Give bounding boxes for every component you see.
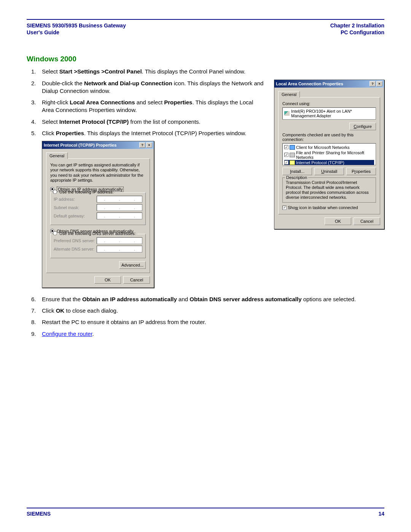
ip-address-field[interactable]: ... xyxy=(97,196,142,203)
local-area-connection-dialog: Local Area Connection Properties ? × Gen… xyxy=(274,80,384,230)
properties-button[interactable]: Properties xyxy=(346,168,376,175)
cancel-button[interactable]: Cancel xyxy=(354,217,380,225)
dialog-description: You can get IP settings assigned automat… xyxy=(50,163,146,183)
page-header: SIEMENS 5930/5935 Business Gateway User'… xyxy=(27,22,384,36)
install-button[interactable]: Install... xyxy=(282,168,312,175)
tab-general[interactable]: General xyxy=(278,91,300,97)
printer-icon xyxy=(290,153,295,157)
header-subtitle: User's Guide xyxy=(27,29,126,36)
help-icon[interactable]: ? xyxy=(139,142,145,148)
connect-using-label: Connect using: xyxy=(282,101,376,106)
header-chapter: Chapter 2 Installation xyxy=(330,22,384,29)
step-2: Double-click the Network and Dial-up Con… xyxy=(27,80,266,95)
radio-use-dns[interactable]: Use the following DNS server addresses: xyxy=(51,231,137,236)
configure-button[interactable]: Configure xyxy=(349,123,376,130)
subnet-field[interactable]: ... xyxy=(97,204,142,211)
description-text: Transmission Control Protocol/Internet P… xyxy=(286,180,373,200)
footer-page: 14 xyxy=(378,511,384,517)
list-item: ✓Client for Microsoft Networks xyxy=(284,145,374,150)
step-6: Ensure that the Obtain an IP address aut… xyxy=(27,296,384,303)
components-label: Components checked are used by this conn… xyxy=(282,133,376,142)
gateway-label: Default gateway: xyxy=(54,214,85,218)
header-section: PC Configuration xyxy=(330,29,384,36)
step-3: Right-click Local Area Connections and s… xyxy=(27,99,266,114)
close-icon[interactable]: × xyxy=(146,142,152,148)
tab-general[interactable]: General xyxy=(46,152,68,159)
help-icon[interactable]: ? xyxy=(370,81,376,86)
alt-dns-label: Alternate DNS server: xyxy=(54,247,94,251)
radio-use-ip[interactable]: Use the following IP address: xyxy=(51,190,115,194)
step-9: Configure the router. xyxy=(27,330,384,338)
section-title: Windows 2000 xyxy=(27,55,384,63)
description-label: Description xyxy=(285,175,308,180)
advanced-button[interactable]: Advanced... xyxy=(119,261,146,269)
dialog-title: Internet Protocol (TCP/IP) Properties xyxy=(44,143,116,147)
ok-button[interactable]: OK xyxy=(325,217,351,225)
network-adapter-icon xyxy=(284,111,290,116)
show-icon-checkbox[interactable]: ✓ Show icon in taskbar when connected xyxy=(282,205,376,210)
list-item: ✓Internet Protocol (TCP/IP) xyxy=(284,160,374,165)
components-list[interactable]: ✓Client for Microsoft Networks ✓File and… xyxy=(282,143,376,165)
protocol-icon xyxy=(290,160,295,165)
pref-dns-field[interactable]: ... xyxy=(97,237,142,244)
adapter-field: Intel(R) PRO/100+ Alert on LAN* Manageme… xyxy=(282,107,376,120)
step-8: Restart the PC to ensure it obtains an I… xyxy=(27,318,384,326)
step-5: Click Properties. This displays the Inte… xyxy=(27,129,266,137)
ok-button[interactable]: OK xyxy=(94,276,121,284)
gateway-field[interactable]: ... xyxy=(97,212,142,219)
list-item: ✓File and Printer Sharing for Microsoft … xyxy=(284,150,374,160)
uninstall-button[interactable]: Uninstall xyxy=(314,168,344,175)
tcpip-properties-dialog: Internet Protocol (TCP/IP) Properties ? … xyxy=(42,141,154,288)
pref-dns-label: Preferred DNS server: xyxy=(54,238,95,243)
alt-dns-field[interactable]: ... xyxy=(97,246,142,252)
page-footer: SIEMENS 14 xyxy=(27,508,384,517)
dialog-title: Local Area Connection Properties xyxy=(276,81,343,86)
configure-router-link[interactable]: Configure the router xyxy=(42,331,92,337)
cancel-button[interactable]: Cancel xyxy=(123,276,150,284)
client-icon xyxy=(290,145,295,150)
step-4: Select Internet Protocol (TCP/IP) from t… xyxy=(27,118,266,126)
ip-address-label: IP address: xyxy=(54,197,75,201)
step-1: Select Start >Settings >Control Panel. T… xyxy=(27,68,384,75)
header-title: SIEMENS 5930/5935 Business Gateway xyxy=(27,22,126,29)
footer-brand: SIEMENS xyxy=(27,511,51,517)
subnet-label: Subnet mask: xyxy=(54,205,79,210)
step-7: Click OK to close each dialog. xyxy=(27,307,384,315)
close-icon[interactable]: × xyxy=(376,81,382,86)
